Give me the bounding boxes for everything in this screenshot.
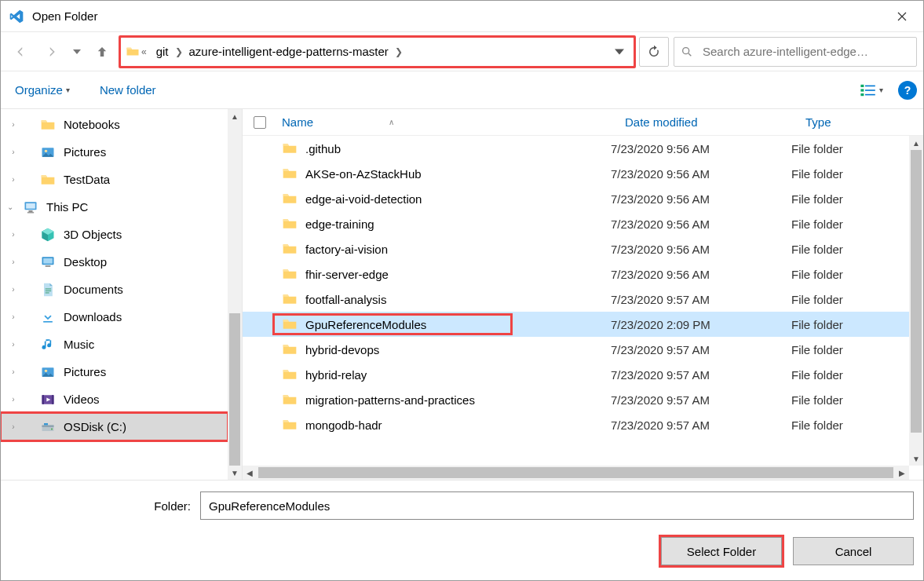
- file-type: File folder: [791, 343, 909, 356]
- new-folder-button[interactable]: New folder: [92, 79, 164, 101]
- file-name: mongodb-hadr: [305, 418, 382, 432]
- breadcrumb-current[interactable]: azure-intelligent-edge-patterns-master: [186, 38, 392, 66]
- svg-rect-16: [46, 288, 51, 289]
- nav-recent-dropdown[interactable]: [70, 38, 84, 65]
- expand-icon[interactable]: ›: [9, 367, 18, 376]
- file-name: GpuReferenceModules: [305, 318, 426, 331]
- chevron-right-icon[interactable]: ❯: [395, 46, 403, 57]
- file-name: factory-ai-vision: [305, 243, 388, 256]
- list-scrollbar-horizontal[interactable]: ◀▶: [243, 466, 909, 480]
- organize-menu[interactable]: Organize ▾: [7, 79, 78, 101]
- file-row[interactable]: hybrid-relay7/23/2020 9:57 AMFile folder: [243, 362, 909, 387]
- breadcrumb-prefix: «: [141, 46, 147, 57]
- file-row[interactable]: mongodb-hadr7/23/2020 9:57 AMFile folder: [243, 412, 909, 437]
- svg-rect-6: [865, 93, 875, 95]
- select-all-checkbox[interactable]: [254, 116, 266, 129]
- svg-rect-10: [26, 203, 35, 209]
- tree-item-this-pc[interactable]: ⌄This PC: [1, 193, 228, 221]
- folder-label: Folder:: [10, 499, 191, 513]
- file-row[interactable]: factory-ai-vision7/23/2020 9:56 AMFile f…: [243, 236, 909, 261]
- tree-item-testdata[interactable]: ›TestData: [1, 166, 228, 193]
- tree-item-notebooks[interactable]: ›Notebooks: [1, 111, 228, 138]
- address-bar[interactable]: « git ❯ azure-intelligent-edge-patterns-…: [120, 37, 634, 67]
- file-row[interactable]: GpuReferenceModules7/23/2020 2:09 PMFile…: [243, 312, 909, 337]
- svg-rect-19: [43, 321, 53, 323]
- expand-icon[interactable]: ›: [9, 120, 18, 129]
- expand-icon[interactable]: ›: [9, 285, 18, 294]
- tree-item-downloads[interactable]: ›Downloads: [1, 303, 228, 331]
- svg-rect-5: [860, 93, 864, 96]
- folder-icon: [282, 417, 298, 433]
- file-row[interactable]: fhir-server-edge7/23/2020 9:56 AMFile fo…: [243, 261, 909, 287]
- breadcrumb-label: git: [156, 45, 169, 58]
- expand-icon[interactable]: ›: [9, 340, 18, 349]
- expand-icon[interactable]: ›: [9, 395, 18, 404]
- desktop-icon: [40, 254, 56, 270]
- command-bar: Organize ▾ New folder ▾ ?: [1, 71, 923, 109]
- breadcrumb-overflow[interactable]: «: [122, 38, 150, 66]
- folder-icon: [282, 316, 298, 332]
- tree-item-3d-objects[interactable]: ›3D Objects: [1, 221, 228, 248]
- scrollbar-thumb[interactable]: [911, 150, 922, 433]
- select-folder-button[interactable]: Select Folder: [661, 537, 782, 565]
- file-row[interactable]: footfall-analysis7/23/2020 9:57 AMFile f…: [243, 287, 909, 312]
- expand-icon[interactable]: ›: [9, 148, 18, 156]
- column-type[interactable]: Type: [805, 115, 923, 129]
- folder-name-input[interactable]: [200, 491, 914, 520]
- tree-item-desktop[interactable]: ›Desktop: [1, 248, 228, 276]
- svg-point-8: [45, 149, 47, 152]
- file-type: File folder: [791, 268, 909, 281]
- tree-item-documents[interactable]: ›Documents: [1, 276, 228, 303]
- file-row[interactable]: hybrid-devops7/23/2020 9:57 AMFile folde…: [243, 337, 909, 362]
- tree-item-music[interactable]: ›Music: [1, 331, 228, 358]
- file-row[interactable]: .github7/23/2020 9:56 AMFile folder: [243, 136, 909, 161]
- expand-icon[interactable]: ›: [9, 175, 18, 184]
- nav-up-button[interactable]: [89, 38, 115, 65]
- file-type: File folder: [791, 368, 909, 382]
- list-icon: [860, 84, 876, 97]
- scrollbar-thumb[interactable]: [258, 467, 893, 478]
- nav-back-button[interactable]: [7, 38, 34, 65]
- file-name: edge-ai-void-detection: [305, 192, 422, 206]
- tree-item-pictures[interactable]: ›Pictures: [1, 138, 228, 166]
- expand-icon[interactable]: ›: [9, 422, 18, 431]
- file-type: File folder: [791, 393, 909, 407]
- expand-icon[interactable]: ⌄: [5, 203, 15, 211]
- tree-item-label: Pictures: [64, 365, 106, 378]
- folder-icon: [282, 266, 298, 282]
- file-row[interactable]: AKSe-on-AzStackHub7/23/2020 9:56 AMFile …: [243, 161, 909, 186]
- column-date[interactable]: Date modified: [625, 115, 805, 129]
- refresh-button[interactable]: [639, 37, 669, 67]
- nav-forward-button[interactable]: [38, 38, 65, 65]
- breadcrumb-git[interactable]: git: [153, 38, 172, 66]
- expand-icon[interactable]: ›: [9, 230, 18, 239]
- search-box[interactable]: [674, 37, 917, 67]
- list-scrollbar-vertical[interactable]: ▲▼: [909, 136, 923, 466]
- folder-icon: [282, 392, 298, 407]
- close-button[interactable]: [884, 1, 920, 32]
- folder-icon: [282, 241, 298, 257]
- address-dropdown[interactable]: [610, 47, 629, 57]
- navigation-pane: ›Notebooks›Pictures›TestData⌄This PC›3D …: [1, 109, 243, 480]
- tree-scrollbar[interactable]: ▲ ▼: [228, 109, 242, 480]
- body-split: ›Notebooks›Pictures›TestData⌄This PC›3D …: [1, 109, 923, 480]
- view-mode-button[interactable]: ▾: [854, 77, 889, 104]
- tree-item-pictures[interactable]: ›Pictures: [1, 358, 228, 386]
- chevron-down-icon: ▾: [66, 86, 70, 94]
- file-row[interactable]: edge-ai-void-detection7/23/2020 9:56 AMF…: [243, 186, 909, 211]
- expand-icon[interactable]: ›: [9, 312, 18, 321]
- search-input[interactable]: [701, 44, 910, 59]
- file-row[interactable]: migration-patterns-and-practices7/23/202…: [243, 387, 909, 412]
- file-row[interactable]: edge-training7/23/2020 9:56 AMFile folde…: [243, 211, 909, 236]
- help-button[interactable]: ?: [898, 81, 917, 100]
- column-name[interactable]: Name ∧: [277, 115, 625, 129]
- scrollbar-thumb[interactable]: [229, 313, 240, 466]
- chevron-right-icon[interactable]: ❯: [175, 46, 183, 57]
- cancel-button[interactable]: Cancel: [793, 537, 914, 565]
- tree-item-osdisk-c-[interactable]: ›OSDisk (C:): [1, 413, 228, 440]
- expand-icon[interactable]: ›: [9, 258, 18, 266]
- tree-item-videos[interactable]: ›Videos: [1, 386, 228, 413]
- tree-item-label: Videos: [64, 393, 100, 406]
- column-name-label: Name: [282, 115, 313, 129]
- file-date: 7/23/2020 9:56 AM: [611, 217, 791, 231]
